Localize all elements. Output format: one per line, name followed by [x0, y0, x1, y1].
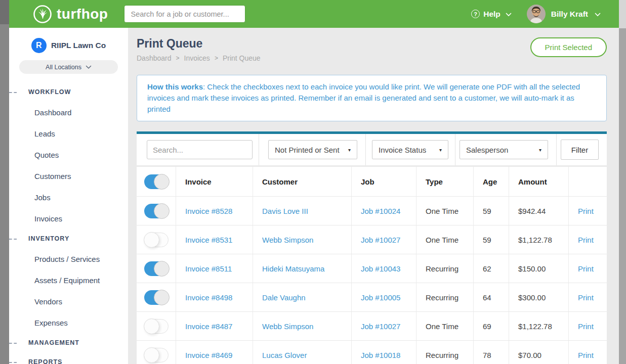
breadcrumb-dashboard[interactable]: Dashboard — [137, 54, 172, 62]
invoice-link[interactable]: Invoice #8528 — [185, 207, 232, 215]
caret-down-icon: ▾ — [539, 147, 541, 153]
column-header-job: Job — [352, 167, 416, 196]
job-link[interactable]: Job #10024 — [361, 207, 400, 215]
row-toggle[interactable] — [144, 204, 169, 218]
row-toggle[interactable] — [144, 348, 169, 362]
printed-status-select[interactable]: Not Printed or Sent ▾ — [268, 140, 357, 159]
breadcrumb-invoices[interactable]: Invoices — [184, 54, 210, 62]
sidebar-item-products-services[interactable]: Products / Services — [9, 248, 128, 269]
invoice-amount: $300.00 — [518, 293, 546, 302]
section-header-inventory: INVENTORY — [9, 229, 128, 248]
invoice-type: One Time — [426, 322, 458, 331]
sidebar-item-assets-equipment[interactable]: Assets / Equipment — [9, 269, 128, 291]
column-header-amount: Amount — [509, 167, 569, 196]
job-link[interactable]: Job #10018 — [361, 351, 400, 359]
turfhop-grass-icon — [33, 5, 52, 24]
invoice-link[interactable]: Invoice #8498 — [185, 293, 232, 302]
table-search-input[interactable] — [147, 140, 253, 159]
sidebar-item-invoices[interactable]: Invoices — [9, 208, 128, 229]
invoice-age: 59 — [483, 207, 491, 215]
print-link[interactable]: Print — [578, 293, 594, 302]
right-scrollbar-track[interactable] — [619, 0, 626, 364]
help-label: Help — [483, 10, 500, 19]
right-scrollbar-thumb[interactable] — [619, 28, 626, 364]
toggle-knob — [144, 318, 159, 334]
print-link[interactable]: Print — [578, 236, 594, 244]
toggle-knob — [144, 347, 159, 363]
table-row: Invoice #8498 Dale Vaughn Job #10005 Rec… — [137, 283, 607, 312]
toggle-knob — [144, 232, 159, 248]
invoice-type: One Time — [426, 207, 458, 215]
app-logo-text: turfhop — [57, 6, 108, 22]
customer-link[interactable]: Dale Vaughn — [262, 293, 306, 302]
customer-link[interactable]: Hideki Matsuyama — [262, 264, 324, 273]
invoice-status-select[interactable]: Invoice Status ▾ — [372, 140, 448, 159]
row-toggle[interactable] — [144, 233, 169, 247]
sidebar-item-leads[interactable]: Leads — [9, 123, 128, 144]
sidebar-item-expenses[interactable]: Expenses — [9, 312, 128, 333]
section-dash-icon — [9, 92, 17, 93]
invoice-age: 78 — [483, 351, 491, 359]
column-header-actions — [569, 167, 607, 196]
print-selected-button[interactable]: Print Selected — [530, 37, 607, 57]
print-link[interactable]: Print — [578, 207, 594, 215]
job-link[interactable]: Job #10043 — [361, 264, 400, 273]
job-link[interactable]: Job #10005 — [361, 293, 400, 302]
customer-link[interactable]: Webb Simpson — [262, 236, 313, 244]
location-selector[interactable]: All Locations — [19, 60, 118, 74]
invoice-amount: $70.00 — [518, 351, 541, 359]
breadcrumb-separator: > — [215, 55, 218, 62]
customer-link[interactable]: Davis Love III — [262, 207, 308, 215]
company-logo: R — [31, 38, 47, 53]
sidebar-item-dashboard[interactable]: Dashboard — [9, 102, 128, 123]
select-all-toggle[interactable] — [144, 174, 169, 189]
invoice-link[interactable]: Invoice #8511 — [185, 264, 232, 273]
row-toggle[interactable] — [144, 290, 169, 305]
location-selector-label: All Locations — [46, 64, 81, 71]
sidebar-item-quotes[interactable]: Quotes — [9, 144, 128, 165]
invoice-age: 64 — [483, 293, 491, 302]
filter-button[interactable]: Filter — [561, 140, 599, 160]
caret-down-icon: ▾ — [439, 147, 442, 153]
user-name[interactable]: Billy Kraft — [551, 10, 588, 19]
print-link[interactable]: Print — [578, 264, 594, 273]
customer-link[interactable]: Webb Simpson — [262, 322, 313, 331]
salesperson-select[interactable]: Salesperson ▾ — [460, 140, 548, 159]
job-link[interactable]: Job #10027 — [361, 322, 400, 331]
printed-status-select-value: Not Printed or Sent — [275, 146, 340, 154]
row-toggle[interactable] — [144, 319, 169, 334]
column-header-invoice: Invoice — [176, 167, 253, 196]
left-scrollbar-button[interactable] — [0, 0, 9, 24]
toggle-knob — [154, 261, 170, 277]
table-row: Invoice #8511 Hideki Matsuyama Job #1004… — [137, 254, 607, 283]
salesperson-select-value: Salesperson — [466, 146, 508, 154]
sidebar-item-vendors[interactable]: Vendors — [9, 291, 128, 312]
global-search-input[interactable] — [124, 5, 245, 23]
app-logo[interactable]: turfhop — [33, 5, 108, 24]
column-header-age: Age — [474, 167, 509, 196]
print-link[interactable]: Print — [578, 351, 594, 359]
invoice-age: 69 — [483, 322, 491, 331]
customer-link[interactable]: Lucas Glover — [262, 351, 307, 359]
help-menu[interactable]: ? Help — [471, 10, 512, 19]
invoice-type: One Time — [426, 236, 458, 244]
invoice-link[interactable]: Invoice #8469 — [185, 351, 232, 359]
sidebar-item-jobs[interactable]: Jobs — [9, 187, 128, 208]
filter-panel: Not Printed or Sent ▾ Invoice Status ▾ S… — [137, 131, 607, 165]
section-dash-icon — [9, 239, 17, 240]
print-link[interactable]: Print — [578, 322, 594, 331]
invoice-amount: $150.00 — [518, 264, 546, 273]
table-row: Invoice #8487 Webb Simpson Job #10027 On… — [137, 312, 607, 341]
info-banner-lead: How this works — [147, 82, 203, 91]
column-header-customer: Customer — [253, 167, 352, 196]
invoice-link[interactable]: Invoice #8531 — [185, 236, 232, 244]
chevron-down-icon[interactable] — [595, 10, 601, 19]
row-toggle[interactable] — [144, 261, 169, 276]
sidebar-item-customers[interactable]: Customers — [9, 165, 128, 187]
invoice-amount: $1,122.78 — [518, 236, 552, 244]
job-link[interactable]: Job #10027 — [361, 236, 400, 244]
invoice-link[interactable]: Invoice #8487 — [185, 322, 232, 331]
left-scrollbar[interactable] — [0, 0, 9, 364]
toggle-knob — [154, 290, 170, 305]
avatar[interactable] — [527, 5, 546, 23]
